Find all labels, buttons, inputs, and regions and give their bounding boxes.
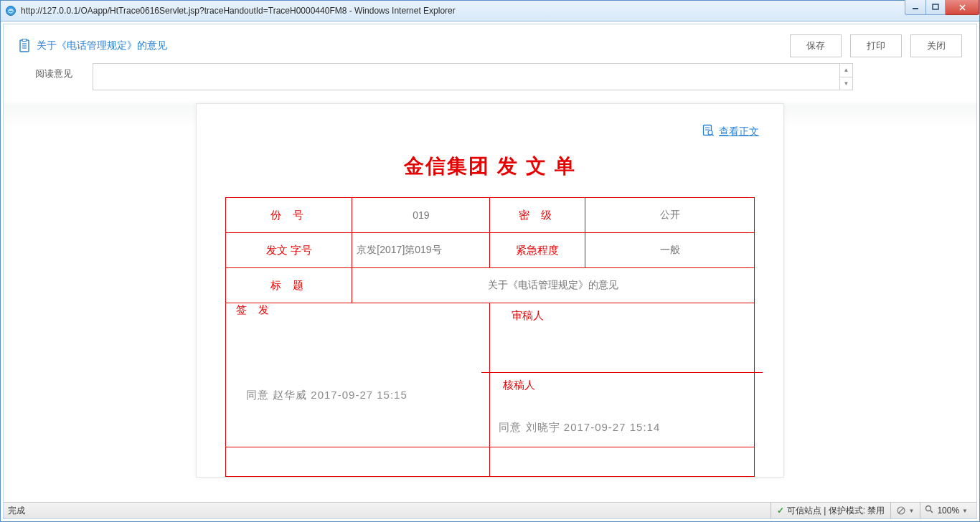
zoom-value: 100% (937, 506, 959, 516)
status-done: 完成 (8, 505, 25, 517)
status-trusted: ✓ 可信站点 | 保护模式: 禁用 (771, 503, 890, 518)
chevron-down-icon: ▼ (908, 508, 914, 514)
tick-icon: ✓ (777, 506, 784, 516)
secret-label: 密 级 (490, 198, 585, 233)
spinner-down[interactable]: ▼ (840, 77, 852, 90)
close-button[interactable] (946, 0, 979, 15)
spinner-up[interactable]: ▲ (840, 64, 852, 77)
paper-area: 查看正文 金信集团 发 文 单 份 号 019 密 级 公开 (4, 100, 976, 478)
sign-section: 签 发 同意 赵华威 2017-09-27 15:15 (226, 303, 490, 447)
svg-line-12 (712, 134, 714, 136)
svg-line-14 (899, 508, 904, 513)
maximize-button[interactable] (926, 0, 946, 15)
checker-subsection: 核稿人 同意 刘晓宇 2017-09-27 15:14 (481, 372, 763, 435)
toolbar: 关于《电话管理规定》的意见 保存 打印 关闭 (4, 24, 976, 63)
urgency-label: 紧急程度 (490, 233, 585, 268)
sign-text: 同意 赵华威 2017-09-27 15:15 (226, 389, 489, 402)
window: http://127.0.0.1/OAapp/HtTrace0616Servle… (0, 0, 980, 522)
opinion-input[interactable]: ▲ ▼ (93, 63, 853, 90)
serial-value: 019 (352, 198, 490, 233)
svg-point-15 (926, 506, 931, 511)
empty-row-left (226, 447, 490, 477)
checker-text: 同意 刘晓宇 2017-09-27 15:14 (490, 421, 754, 435)
statusbar: 完成 ✓ 可信站点 | 保护模式: 禁用 ▼ 100% ▼ (4, 502, 976, 518)
urgency-value: 一般 (585, 233, 755, 268)
svg-line-16 (930, 511, 933, 513)
svg-rect-1 (913, 8, 918, 9)
opinion-row: 阅读意见 ▲ ▼ (4, 63, 976, 100)
opinion-spinner: ▲ ▼ (839, 64, 852, 90)
reviewer-label: 审稿人 (499, 309, 556, 323)
opinion-label: 阅读意见 (35, 63, 93, 90)
titlebar: http://127.0.0.1/OAapp/HtTrace0616Servle… (1, 1, 979, 22)
title-label: 标 题 (226, 268, 352, 303)
chevron-down-icon[interactable]: ▼ (962, 508, 968, 514)
view-body-anchor[interactable]: 查看正文 (719, 125, 759, 138)
client-area: 关于《电话管理规定》的意见 保存 打印 关闭 阅读意见 ▲ ▼ (3, 24, 977, 519)
view-body-link: 查看正文 (702, 124, 759, 139)
minimize-button[interactable] (905, 0, 926, 15)
status-trusted-text: 可信站点 | 保护模式: 禁用 (787, 505, 885, 517)
sign-label: 签 发 (226, 303, 283, 317)
title-value: 关于《电话管理规定》的意见 (352, 268, 755, 303)
ie-icon (5, 5, 17, 16)
paper: 查看正文 金信集团 发 文 单 份 号 019 密 级 公开 (196, 103, 784, 478)
window-buttons (905, 0, 979, 15)
secret-value: 公开 (585, 198, 755, 233)
paper-title: 金信集团 发 文 单 (225, 153, 755, 180)
checker-label: 核稿人 (490, 379, 547, 392)
zoom-control: 100% ▼ (920, 503, 972, 518)
client-scroll[interactable]: 关于《电话管理规定》的意见 保存 打印 关闭 阅读意见 ▲ ▼ (4, 24, 976, 502)
review-section: 审稿人 核稿人 同意 刘晓宇 2017-09-27 15:14 (490, 303, 755, 447)
zoom-icon (925, 505, 934, 516)
shield-off-icon (897, 506, 905, 515)
svg-rect-2 (933, 4, 938, 9)
serial-label: 份 号 (226, 198, 352, 233)
status-security[interactable]: ▼ (890, 503, 920, 518)
empty-row-right (490, 447, 755, 477)
docno-value: 京发[2017]第019号 (352, 233, 490, 268)
svg-rect-4 (22, 39, 27, 42)
docno-label: 发文 字号 (226, 233, 352, 268)
print-button[interactable]: 打印 (850, 34, 902, 57)
page-title: 关于《电话管理规定》的意见 (37, 39, 167, 52)
save-button[interactable]: 保存 (790, 34, 842, 57)
form-table: 份 号 019 密 级 公开 发文 字号 京发[2017]第019号 紧急程度 … (225, 197, 755, 477)
close-page-button[interactable]: 关闭 (910, 34, 962, 57)
window-title: http://127.0.0.1/OAapp/HtTrace0616Servle… (21, 6, 456, 16)
document-icon (18, 39, 31, 53)
view-body-icon (702, 124, 715, 139)
